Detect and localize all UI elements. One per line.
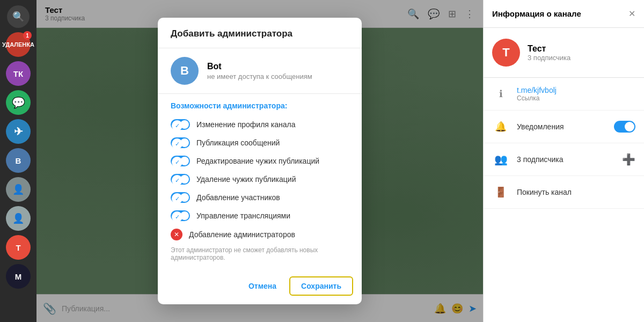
disabled-note: Этот администратор не сможет добавлять н… (171, 244, 349, 268)
cancel-button[interactable]: Отмена (240, 277, 285, 295)
toggle-add-admins[interactable]: ✕ (171, 229, 182, 240)
leave-label: Покинуть канал (517, 188, 635, 196)
perm-row-streams: ✓ Управление трансляциями (171, 207, 349, 225)
perm-row-add-admins: ✕ Добавление администраторов (171, 225, 349, 244)
menu-item-leave[interactable]: 🚪 Покинуть канал (484, 176, 644, 209)
perm-label-add-admins: Добавление администраторов (189, 230, 295, 239)
toggle-streams[interactable]: ✓ (171, 210, 190, 221)
unread-badge: 1 (23, 31, 32, 40)
modal-body: Возможности администратора: ✓ Изменение … (158, 94, 362, 271)
channel-subs-right: 3 подписчика (528, 54, 570, 62)
sidebar-item-test[interactable]: Т (6, 235, 31, 260)
channel-name: Тест (528, 44, 570, 54)
toggle-add-members[interactable]: ✓ (171, 192, 190, 203)
close-icon[interactable]: ✕ (628, 9, 635, 19)
toggle-edit[interactable]: ✓ (171, 156, 190, 166)
sidebar-item-person2[interactable]: 👤 (6, 206, 31, 231)
left-sidebar: 🔍 УДАЛЕНКА 1 ТК 💬 ✈ В 👤 👤 Т М (0, 0, 36, 322)
perm-row-add-members: ✓ Добавление участников (171, 188, 349, 207)
right-panel-header: Информация о канале ✕ (484, 0, 644, 28)
sidebar-item-vk[interactable]: В (6, 148, 31, 173)
add-admin-modal: Добавить администратора B Bot не имеет д… (158, 18, 362, 304)
menu-item-subscribers[interactable]: 👥 3 подписчика ➕ (484, 143, 644, 176)
perms-title: Возможности администратора: (171, 101, 349, 110)
add-subscriber-icon[interactable]: ➕ (622, 153, 635, 166)
right-panel-title: Информация о канале (492, 9, 622, 18)
notifications-toggle[interactable] (614, 121, 635, 133)
check-icon: ✓ (172, 138, 182, 149)
perm-label-publish: Публикация сообщений (196, 138, 280, 147)
perm-label-streams: Управление трансляциями (196, 211, 290, 220)
channel-avatar: Т (492, 39, 520, 67)
check-icon: ✓ (172, 175, 182, 186)
toggle-publish[interactable]: ✓ (171, 137, 190, 148)
channel-link: t.me/kjfvbolj (517, 86, 557, 94)
save-button[interactable]: Сохранить (289, 276, 353, 296)
sidebar-item-udalenka[interactable]: УДАЛЕНКА 1 (6, 32, 31, 57)
modal-user-row: B Bot не имеет доступа к сообщениям (158, 48, 362, 94)
sidebar-item-tk[interactable]: ТК (6, 61, 31, 86)
perm-row-publish: ✓ Публикация сообщений (171, 134, 349, 152)
search-icon[interactable]: 🔍 (7, 5, 30, 28)
menu-item-notifications[interactable]: 🔔 Уведомления (484, 111, 644, 143)
toggle-delete[interactable]: ✓ (171, 174, 190, 185)
sidebar-item-m[interactable]: М (6, 264, 31, 289)
subscribers-icon: 👥 (492, 151, 509, 168)
modal-overlay: Добавить администратора B Bot не имеет д… (36, 0, 483, 322)
link-sub: Ссылка (517, 94, 557, 102)
perm-row-edit: ✓ Редактирование чужих публикаций (171, 152, 349, 170)
perm-label-edit: Редактирование чужих публикаций (196, 157, 319, 165)
menu-item-link[interactable]: ℹ t.me/kjfvbolj Ссылка (484, 78, 644, 111)
check-icon: ✓ (172, 193, 182, 204)
check-icon: ✓ (172, 120, 182, 131)
bell-icon: 🔔 (492, 118, 509, 135)
right-panel: Информация о канале ✕ Т Тест 3 подписчик… (483, 0, 644, 322)
info-icon: ℹ (492, 85, 509, 103)
perm-row-delete: ✓ Удаление чужих публикаций (171, 170, 349, 188)
check-icon: ✓ (172, 157, 182, 167)
check-icon: ✓ (172, 211, 182, 222)
sidebar-item-telegram[interactable]: ✈ (6, 119, 31, 144)
leave-icon: 🚪 (492, 184, 509, 201)
toggle-profile[interactable]: ✓ (171, 119, 190, 130)
channel-info-row: Т Тест 3 подписчика (484, 28, 644, 78)
perm-label-delete: Удаление чужих публикаций (196, 175, 296, 184)
sidebar-item-chat[interactable]: 💬 (6, 90, 31, 115)
perm-row-profile: ✓ Изменение профиля канала (171, 115, 349, 134)
perm-label-add-members: Добавление участников (196, 193, 280, 202)
bot-name: Bot (207, 62, 312, 71)
bot-avatar: B (171, 57, 199, 85)
modal-title: Добавить администратора (158, 18, 362, 48)
bot-subtitle: не имеет доступа к сообщениям (207, 72, 312, 80)
subscribers-label: 3 подписчика (517, 155, 614, 164)
modal-footer: Отмена Сохранить (158, 271, 362, 304)
chat-area: Тест 3 подписчика 🔍 💬 ⊞ ⋮ 📎 Публикация..… (36, 0, 483, 322)
sidebar-item-person1[interactable]: 👤 (6, 177, 31, 202)
perm-label-profile: Изменение профиля канала (196, 120, 295, 129)
notifications-label: Уведомления (517, 122, 606, 131)
